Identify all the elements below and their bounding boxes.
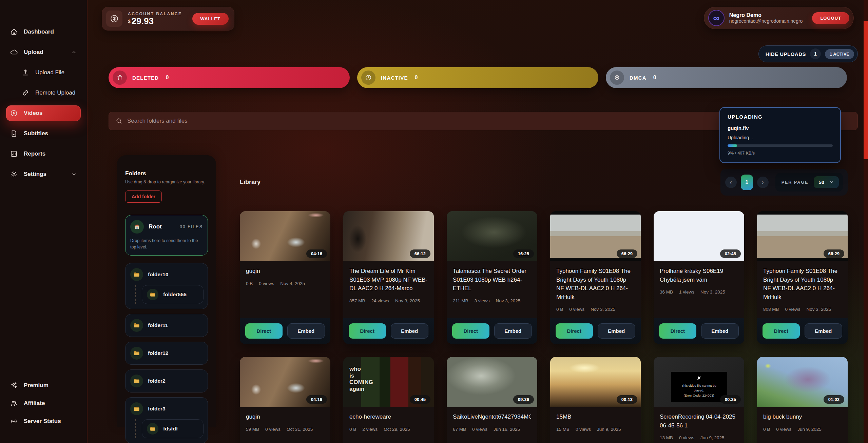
deleted-filter-pill[interactable]: DELETED 0 xyxy=(109,67,350,88)
folder-item[interactable]: folder10 folder555 xyxy=(125,263,208,309)
video-thumbnail[interactable]: 04:16 xyxy=(240,211,330,261)
root-folder-hint: Drop items here to send them to the top … xyxy=(130,238,203,250)
embed-button[interactable]: Embed xyxy=(598,323,636,339)
video-thumbnail[interactable]: 66:12 xyxy=(343,211,434,261)
sidebar-item-affiliate[interactable]: Affiliate xyxy=(6,396,81,411)
logout-button[interactable]: LOGOUT xyxy=(812,12,849,24)
direct-button[interactable]: Direct xyxy=(452,323,489,339)
folder-item[interactable]: folder3 fdsfdf xyxy=(125,397,208,443)
folder-name: folder12 xyxy=(148,350,168,356)
video-thumbnail[interactable]: 00:13 xyxy=(550,357,641,407)
sidebar-item-remote-upload[interactable]: Remote Upload xyxy=(18,85,81,101)
subfolder-list: fdsfdf xyxy=(135,419,204,438)
subfolder-item[interactable]: folder555 xyxy=(142,285,204,304)
video-thumbnail[interactable]: who is COMING again 00:45 xyxy=(343,357,434,407)
prev-page-button[interactable]: ‹ xyxy=(725,177,737,188)
account-balance-label: ACCOUNT BALANCE xyxy=(128,12,182,16)
direct-button[interactable]: Direct xyxy=(763,323,800,339)
video-thumbnail[interactable]: 66:29 xyxy=(550,211,641,261)
video-card[interactable]: 66:29 Typhoon Family S01E08 The Bright D… xyxy=(757,211,848,344)
folder-name: fdsfdf xyxy=(163,426,178,432)
video-thumbnail[interactable]: 04:16 xyxy=(240,357,330,407)
direct-button[interactable]: Direct xyxy=(349,323,386,339)
video-thumbnail[interactable]: 09:36 xyxy=(447,357,537,407)
embed-button[interactable]: Embed xyxy=(287,323,325,339)
upload-progress-bar xyxy=(728,144,833,147)
sidebar-item-videos[interactable]: Videos xyxy=(6,105,81,121)
sidebar-item-dashboard[interactable]: Dashboard xyxy=(6,24,81,40)
video-card[interactable]: This video file cannot be played. (Error… xyxy=(654,357,744,443)
video-card[interactable]: 01:02 big buck bunny 0 B 0 views Jun 9, … xyxy=(757,357,848,443)
video-title: Talamasca The Secret Order S01E03 1080p … xyxy=(453,267,531,293)
video-meta: 36 MB 1 views Nov 3, 2025 xyxy=(660,289,738,295)
video-thumbnail[interactable]: 66:29 xyxy=(757,211,848,261)
video-views: 1 views xyxy=(679,289,694,295)
video-thumbnail[interactable]: 02:45 xyxy=(654,211,744,261)
folder-icon xyxy=(130,319,143,332)
direct-button[interactable]: Direct xyxy=(659,323,696,339)
sidebar-item-premium[interactable]: Premium xyxy=(6,378,81,393)
video-card[interactable]: 04:16 guqin 0 B 0 views Nov 4, 2025 Dire… xyxy=(240,211,330,344)
folder-list: folder10 folder555 folder11 folder12 xyxy=(125,263,208,443)
dollar-circle-icon xyxy=(106,11,122,27)
per-page-select[interactable]: 50 xyxy=(814,176,839,188)
account-balance-amount: $29.93 xyxy=(128,16,182,26)
sidebar-item-label: Remote Upload xyxy=(35,89,77,96)
hide-uploads-button[interactable]: HIDE UPLOADS 1 1 ACTIVE xyxy=(758,45,858,62)
video-card[interactable]: 00:13 15MB 15 MB 0 views Jun 9, 2025 Dir… xyxy=(550,357,641,443)
folder-item[interactable]: folder12 xyxy=(125,342,208,365)
video-date: Nov 3, 2025 xyxy=(591,307,615,312)
sidebar-item-upload-file[interactable]: Upload File xyxy=(18,65,81,80)
wallet-button[interactable]: WALLET xyxy=(192,13,229,25)
sidebar-item-settings[interactable]: Settings xyxy=(6,166,81,182)
add-folder-button[interactable]: Add folder xyxy=(125,190,162,203)
sidebar: Dashboard Upload Upload File Remote Uplo… xyxy=(0,0,88,443)
scrollbar-thumb[interactable] xyxy=(864,21,868,159)
duration-badge: 02:45 xyxy=(720,249,741,258)
embed-button[interactable]: Embed xyxy=(391,323,429,339)
video-card[interactable]: who is COMING again 00:45 echo-hereweare… xyxy=(343,357,434,443)
video-views: 0 views xyxy=(472,427,487,432)
direct-button[interactable]: Direct xyxy=(556,323,593,339)
video-size: 808 MB xyxy=(763,307,779,312)
video-thumbnail[interactable]: This video file cannot be played. (Error… xyxy=(654,357,744,407)
root-folder-dropzone[interactable]: Root 30 FILES Drop items here to send th… xyxy=(125,215,208,256)
video-card[interactable]: 09:36 SaikoLiveNgentot67427934MG 67 MB 0… xyxy=(447,357,537,443)
sparkles-icon xyxy=(10,382,18,389)
video-card[interactable]: 66:12 The Dream Life of Mr Kim S01E03 MV… xyxy=(343,211,434,344)
sidebar-item-reports[interactable]: Reports xyxy=(6,146,81,162)
link-icon xyxy=(22,89,29,97)
video-meta: 15 MB 0 views Jun 9, 2025 xyxy=(556,427,635,432)
dmca-filter-pill[interactable]: DMCA 0 xyxy=(606,67,847,88)
embed-button[interactable]: Embed xyxy=(805,323,843,339)
current-page-button[interactable]: 1 xyxy=(741,175,753,190)
video-card[interactable]: 02:45 Prolhané krásky S06E19 Chyběla jse… xyxy=(654,211,744,344)
folder-row: folder12 xyxy=(130,345,204,361)
clock-icon xyxy=(361,71,375,85)
video-thumbnail[interactable]: 01:02 xyxy=(757,357,848,407)
video-thumbnail[interactable]: 16:25 xyxy=(447,211,537,261)
next-page-button[interactable]: › xyxy=(757,177,769,188)
subfolder-item[interactable]: fdsfdf xyxy=(142,419,204,438)
inactive-filter-pill[interactable]: INACTIVE 0 xyxy=(357,67,598,88)
folder-item[interactable]: folder2 xyxy=(125,369,208,392)
video-card[interactable]: 04:16 guqin 59 MB 0 views Oct 31, 2025 D… xyxy=(240,357,330,443)
video-date: Jun 9, 2025 xyxy=(700,435,725,440)
folder-row: folder2 xyxy=(130,373,204,389)
folder-icon xyxy=(147,289,158,300)
video-title: Typhoon Family S01E08 The Bright Days of… xyxy=(763,267,842,301)
video-card[interactable]: 66:29 Typhoon Family S01E08 The Bright D… xyxy=(550,211,641,344)
avatar: ∞ xyxy=(708,10,725,26)
direct-button[interactable]: Direct xyxy=(245,323,283,339)
sidebar-item-subtitles[interactable]: Subtitles xyxy=(6,126,81,141)
pagination: ‹ 1 › PER PAGE 50 xyxy=(720,169,848,196)
video-card[interactable]: 16:25 Talamasca The Secret Order S01E03 … xyxy=(447,211,537,344)
sidebar-item-server-status[interactable]: Server Status xyxy=(6,414,81,429)
video-date: Nov 4, 2025 xyxy=(280,281,305,286)
video-meta: 0 B 2 views Oct 28, 2025 xyxy=(349,427,428,432)
per-page-control: PER PAGE 50 xyxy=(775,173,843,192)
sidebar-item-upload[interactable]: Upload xyxy=(6,44,81,60)
folder-item[interactable]: folder11 xyxy=(125,314,208,337)
embed-button[interactable]: Embed xyxy=(494,323,532,339)
embed-button[interactable]: Embed xyxy=(701,323,739,339)
